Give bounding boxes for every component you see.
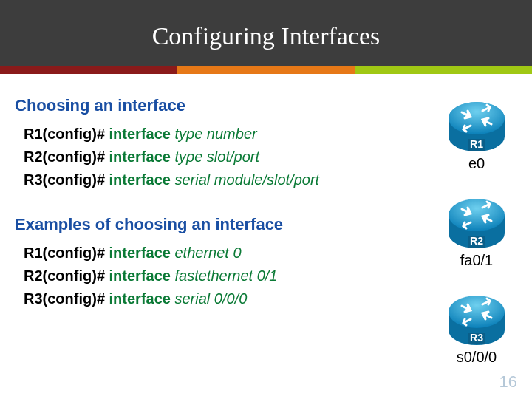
cmd-line: R2(config)# interface type slot/port xyxy=(24,149,436,166)
argument: type number xyxy=(175,126,257,142)
router-caption: fa0/1 xyxy=(436,252,517,269)
router-name: R3 xyxy=(470,332,483,344)
argument: serial module/slot/port xyxy=(175,171,320,188)
slide-content: Choosing an interface R1(config)# interf… xyxy=(0,74,532,386)
cmd-line: R3(config)# interface serial 0/0/0 xyxy=(24,290,436,307)
command: interface xyxy=(109,171,175,188)
argument: serial 0/0/0 xyxy=(175,290,248,307)
router-caption: e0 xyxy=(436,155,517,172)
cmd-line: R2(config)# interface fastethernet 0/1 xyxy=(24,267,436,284)
cmd-line: R1(config)# interface type number xyxy=(24,126,436,143)
cmd-line: R1(config)# interface ethernet 0 xyxy=(24,245,436,262)
command: interface xyxy=(109,267,175,284)
section-title-2: Examples of choosing an interface xyxy=(15,215,436,234)
prompt: R1(config)# xyxy=(24,245,109,261)
router-diagram: R2 fa0/1 xyxy=(436,193,517,269)
svg-point-7 xyxy=(449,199,505,231)
right-column: R1 e0 R2 fa0/1 xyxy=(436,96,517,386)
router-icon: R3 xyxy=(447,290,506,347)
command: interface xyxy=(109,290,175,307)
prompt: R3(config)# xyxy=(24,171,109,188)
prompt: R2(config)# xyxy=(24,149,109,165)
prompt: R1(config)# xyxy=(24,126,109,142)
command: interface xyxy=(109,126,175,142)
command: interface xyxy=(109,149,175,165)
router-name: R2 xyxy=(470,235,483,247)
svg-point-11 xyxy=(449,296,505,328)
argument: ethernet 0 xyxy=(175,245,242,261)
slide-header: Configuring Interfaces xyxy=(0,0,532,66)
command: interface xyxy=(109,245,175,261)
router-icon: R1 xyxy=(447,96,506,154)
section-title-1: Choosing an interface xyxy=(15,96,436,115)
argument: fastethernet 0/1 xyxy=(175,267,278,284)
cmd-line: R3(config)# interface serial module/slot… xyxy=(24,171,436,188)
router-diagram: R1 e0 xyxy=(436,96,517,172)
prompt: R2(config)# xyxy=(24,267,109,284)
accent-stripe xyxy=(0,66,532,74)
svg-point-3 xyxy=(449,102,505,134)
page-number: 16 xyxy=(499,372,517,392)
router-diagram: R3 s0/0/0 xyxy=(436,290,517,366)
prompt: R3(config)# xyxy=(24,290,109,307)
left-column: Choosing an interface R1(config)# interf… xyxy=(15,96,436,386)
router-icon: R2 xyxy=(447,193,506,250)
argument: type slot/port xyxy=(175,149,260,165)
router-name: R1 xyxy=(470,138,483,150)
router-caption: s0/0/0 xyxy=(436,349,517,366)
slide-title: Configuring Interfaces xyxy=(0,0,532,50)
